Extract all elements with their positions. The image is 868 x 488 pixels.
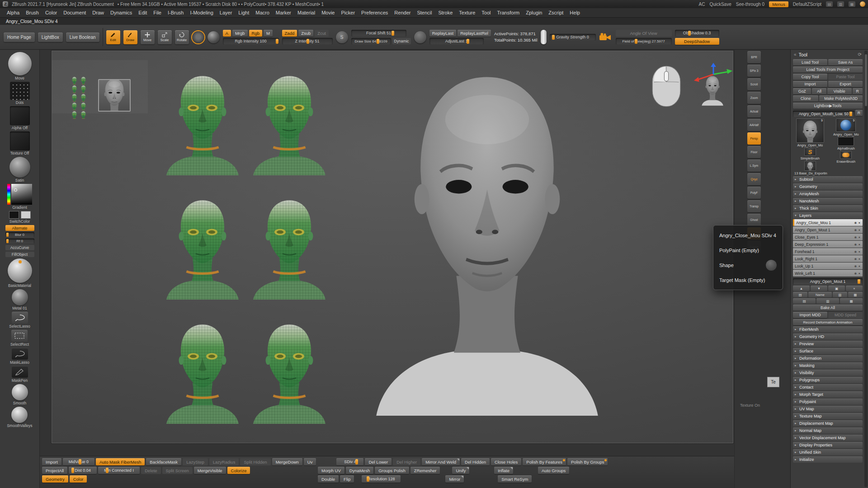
import-mdd-button[interactable]: Import MDD: [793, 312, 827, 318]
mask-lasso-brush[interactable]: [12, 348, 28, 360]
obj-shadow-slider[interactable]: ObjShadow 0.3: [675, 30, 719, 37]
layer-row[interactable]: Angry_Open_Mout 1◉ ●: [793, 226, 863, 233]
subtool-mini-thumbnails[interactable]: [70, 76, 88, 119]
select-rect-brush[interactable]: [11, 330, 28, 342]
adjust-last-slider[interactable]: AdjustLast 1: [429, 38, 484, 45]
smooth-valleys-brush-thumbnail[interactable]: [11, 407, 28, 423]
goz-all-button[interactable]: All: [812, 88, 826, 94]
simplebrush-thumbnail[interactable]: S: [804, 148, 816, 156]
layer-eye-rec-icons[interactable]: ◉ ●: [854, 250, 861, 253]
lazyradius-button[interactable]: LazyRadius: [209, 458, 239, 465]
dist-slider[interactable]: Dist 0.04: [69, 467, 97, 474]
tool-r-toggle[interactable]: R: [855, 110, 863, 116]
texture-thumbnail[interactable]: [10, 131, 30, 150]
section-nanomesh[interactable]: NanoMesh: [793, 198, 863, 204]
lightbox-button[interactable]: LightBox: [38, 33, 63, 42]
menu-file[interactable]: File: [150, 9, 165, 17]
menu-marker[interactable]: Marker: [273, 9, 294, 17]
wireframe-head[interactable]: [162, 194, 243, 300]
layer-eye-rec-icons[interactable]: ◉ ●: [854, 257, 861, 261]
layer-eye-rec-icons[interactable]: ◉ ●: [854, 235, 861, 239]
lsym-button[interactable]: L.Sym: [747, 160, 761, 172]
select-lasso-brush[interactable]: [12, 312, 28, 324]
goz-button[interactable]: GoZ: [793, 88, 811, 94]
section-masking[interactable]: Masking: [793, 362, 863, 369]
wireframe-head[interactable]: [249, 319, 330, 424]
wireframe-head[interactable]: [162, 319, 243, 424]
m-button[interactable]: M: [264, 30, 273, 37]
layer-split-button[interactable]: ▥: [833, 292, 847, 297]
layer-up-button[interactable]: ▲: [793, 286, 810, 291]
camera-icon[interactable]: [599, 33, 613, 42]
menu-brush[interactable]: Brush: [23, 9, 42, 17]
wireframe-head[interactable]: [249, 194, 330, 300]
section-geometry[interactable]: Geometry: [793, 183, 863, 190]
menu-dynamics[interactable]: Dynamics: [107, 9, 135, 17]
bpr-render-button[interactable]: BPR: [747, 51, 761, 63]
layer-eye-rec-icons[interactable]: ◉ ●: [854, 272, 861, 275]
gradient-label[interactable]: Gradient: [12, 205, 27, 210]
spix-slider[interactable]: SPix 3: [747, 65, 761, 77]
colorize-button[interactable]: Colorize: [227, 467, 250, 474]
menus-button[interactable]: Menus: [769, 1, 788, 7]
auto-groups-button[interactable]: Auto Groups: [538, 467, 569, 474]
quicksave-button[interactable]: QuickSave: [709, 2, 731, 7]
layer-option-a-button[interactable]: ▤: [793, 298, 816, 304]
rgb-intensity-slider[interactable]: Rgb Intensity 100: [223, 38, 279, 45]
layer-row[interactable]: Deep_Expression 1◉ ●: [793, 241, 863, 248]
transp-button[interactable]: Transp: [747, 200, 761, 212]
gravity-direction-widget[interactable]: [541, 30, 547, 44]
hue-strip[interactable]: [7, 184, 10, 205]
panel-scrollbar[interactable]: [864, 51, 868, 487]
home-page-button[interactable]: Home Page: [4, 33, 35, 42]
blur-slider[interactable]: Blur 0: [5, 232, 34, 237]
bake-all-button[interactable]: Bake All: [793, 305, 863, 311]
layer-row[interactable]: Forehead 1◉ ●: [793, 248, 863, 255]
secondary-color-swatch[interactable]: [21, 211, 31, 219]
import-button[interactable]: Import: [42, 458, 61, 465]
session-icon[interactable]: [860, 1, 865, 7]
move-button[interactable]: Move: [141, 30, 155, 44]
section-morph-target[interactable]: Morph Target: [793, 391, 863, 398]
mirror-button[interactable]: Mirror: [445, 475, 464, 483]
menu-color[interactable]: Color: [42, 9, 60, 17]
polish-by-groups-button[interactable]: Polish By Groups: [567, 458, 608, 465]
document-canvas[interactable]: [52, 51, 733, 443]
mergedown-button[interactable]: MergeDown: [272, 458, 302, 465]
menu-ibrush[interactable]: I-Brush: [165, 9, 187, 17]
collapse-panel-icon[interactable]: «: [794, 52, 797, 57]
draw-button[interactable]: Draw: [123, 30, 137, 44]
stroke-preview[interactable]: [208, 31, 220, 43]
rgb-button[interactable]: Rgb: [249, 30, 262, 37]
see-through-slider[interactable]: See-through 0: [736, 2, 764, 7]
current-tool-thumbnail[interactable]: 9: [796, 118, 824, 143]
panel-cycle-icon[interactable]: ⟳: [858, 52, 862, 57]
color-tab[interactable]: Color: [70, 475, 87, 483]
menu-alpha[interactable]: Alpha: [4, 9, 23, 17]
scale-button[interactable]: Scale: [158, 30, 172, 44]
double-button[interactable]: Double: [318, 475, 339, 483]
aahalf-button[interactable]: AAHalf: [747, 119, 761, 131]
section-displacement-map[interactable]: Displacement Map: [793, 420, 863, 427]
clone-button[interactable]: Clone: [793, 95, 818, 102]
unify-button[interactable]: Unify: [452, 467, 469, 474]
angle-of-view-button[interactable]: Angle Of View: [616, 30, 672, 37]
scroll-button[interactable]: Scroll: [747, 78, 761, 90]
section-initialize[interactable]: Initialize: [793, 456, 863, 463]
wireframe-head[interactable]: [162, 70, 243, 175]
mrgb-button[interactable]: Mrgb: [232, 30, 248, 37]
menu-stencil[interactable]: Stencil: [414, 9, 435, 17]
layer-row[interactable]: Wink_Left 1◉ ●: [793, 270, 863, 277]
live-boolean-button[interactable]: Live Boolean: [66, 33, 99, 42]
default-zscript-button[interactable]: DefaultZScript: [793, 2, 821, 7]
blendshape-head-grid[interactable]: [162, 70, 330, 424]
focal-shift-slider[interactable]: Focal Shift 51: [351, 30, 406, 37]
delete-button[interactable]: Delete: [141, 467, 160, 474]
section-display-properties[interactable]: Display Properties: [793, 442, 863, 448]
section-deformation[interactable]: Deformation: [793, 355, 863, 361]
persp-button[interactable]: Persp: [747, 132, 761, 145]
layer-eye-rec-icons[interactable]: ◉ ●: [854, 243, 861, 246]
flip-button[interactable]: Flip: [340, 475, 354, 483]
replay-last-button[interactable]: ReplayLast: [429, 30, 457, 37]
section-contact[interactable]: Contact: [793, 384, 863, 390]
